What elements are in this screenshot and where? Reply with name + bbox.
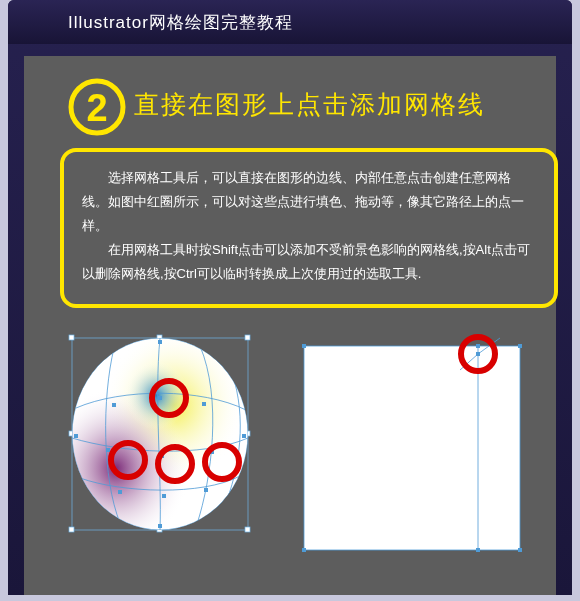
svg-rect-38 xyxy=(518,344,522,348)
titlebar: Illustrator网格绘图完整教程 xyxy=(8,0,572,44)
svg-rect-3 xyxy=(69,335,74,340)
description-box: 选择网格工具后，可以直接在图形的边线、内部任意点击创建任意网格线。如图中红圈所示… xyxy=(60,148,558,308)
svg-rect-22 xyxy=(118,490,122,494)
svg-rect-18 xyxy=(202,402,206,406)
illustration-figures xyxy=(62,318,532,554)
svg-rect-8 xyxy=(69,527,74,532)
description-paragraph-2: 在用网格工具时按Shift点击可以添加不受前景色影响的网格线,按Alt点击可以删… xyxy=(82,238,536,286)
svg-rect-5 xyxy=(245,335,250,340)
svg-rect-37 xyxy=(302,344,306,348)
step-title: 直接在图形上点击添加网格线 xyxy=(134,88,485,121)
svg-rect-42 xyxy=(476,548,480,552)
svg-rect-25 xyxy=(158,340,162,344)
svg-rect-26 xyxy=(158,524,162,528)
svg-rect-28 xyxy=(242,434,246,438)
content-panel: 2 直接在图形上点击添加网格线 选择网格工具后，可以直接在图形的边线、内部任意点… xyxy=(24,56,556,595)
svg-rect-27 xyxy=(74,434,78,438)
svg-rect-24 xyxy=(204,488,208,492)
svg-rect-43 xyxy=(476,352,480,356)
svg-rect-19 xyxy=(106,448,110,452)
svg-rect-33 xyxy=(304,346,520,550)
titlebar-title: Illustrator网格绘图完整教程 xyxy=(68,11,293,34)
svg-rect-41 xyxy=(476,344,480,348)
description-paragraph-1: 选择网格工具后，可以直接在图形的边线、内部任意点击创建任意网格线。如图中红圈所示… xyxy=(82,166,536,238)
svg-rect-16 xyxy=(112,403,116,407)
step-number-badge: 2 xyxy=(68,78,126,136)
svg-rect-23 xyxy=(162,494,166,498)
svg-rect-10 xyxy=(245,527,250,532)
svg-rect-40 xyxy=(518,548,522,552)
step-number-text: 2 xyxy=(86,87,107,129)
window: Illustrator网格绘图完整教程 2 直接在图形上点击添加网格线 选择网格… xyxy=(8,0,572,595)
svg-rect-39 xyxy=(302,548,306,552)
svg-rect-17 xyxy=(158,396,162,400)
